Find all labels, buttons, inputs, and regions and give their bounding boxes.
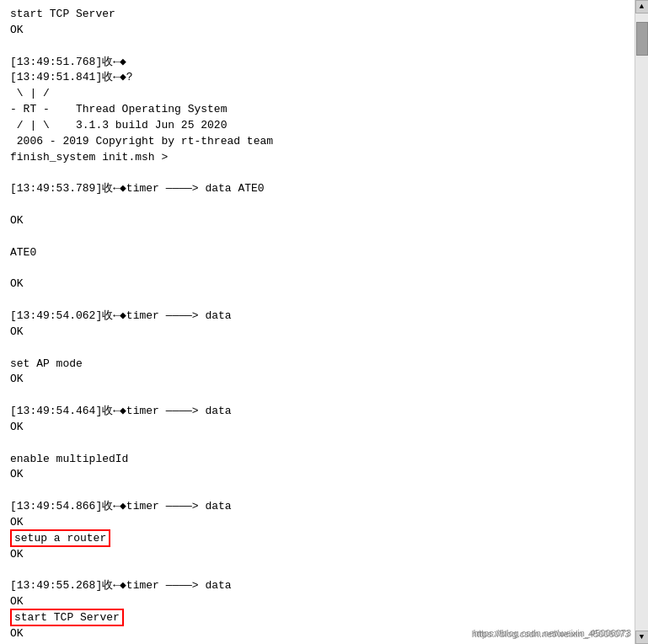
scrollbar-thumb[interactable] <box>636 22 648 56</box>
terminal-line: 2006 - 2019 Copyright by rt-thread team <box>10 134 624 150</box>
terminal-line <box>10 292 624 309</box>
terminal-line: enable multipledId <box>10 452 624 468</box>
terminal-line: [13:49:53.789]收←◆timer ————> data ATE0 <box>10 181 624 197</box>
terminal-line <box>10 261 624 277</box>
terminal-line <box>10 341 624 357</box>
terminal-line: / | \ 3.1.3 build Jun 25 2020 <box>10 118 624 134</box>
terminal-line: start TCP Server <box>10 7 624 23</box>
setup-router-line: setup a router <box>10 531 624 547</box>
scrollbar-arrow-down[interactable]: ▼ <box>635 631 649 644</box>
terminal-line: OK <box>10 467 624 483</box>
terminal-line: OK <box>10 325 624 341</box>
terminal-line <box>10 563 624 579</box>
terminal-line: set AP mode <box>10 357 624 373</box>
terminal-line: finish_system init.msh > <box>10 150 624 166</box>
terminal-line: [13:49:51.841]收←◆? <box>10 70 624 86</box>
terminal-line: [13:49:51.768]收←◆ <box>10 55 624 71</box>
terminal-line: ATE0 <box>10 245 624 261</box>
terminal-line: OK <box>10 420 624 436</box>
start-tcp-server-highlight: start TCP Server <box>10 609 124 626</box>
scrollbar-track <box>635 13 648 631</box>
scrollbar-arrow-up[interactable]: ▲ <box>635 0 649 13</box>
setup-router-highlight: setup a router <box>10 529 110 547</box>
terminal-line <box>10 483 624 499</box>
terminal-line: [13:49:54.464]收←◆timer ————> data <box>10 404 624 420</box>
terminal-line: - RT - Thread Operating System <box>10 102 624 118</box>
terminal-line: OK <box>10 276 624 292</box>
terminal-line: \ | / <box>10 86 624 102</box>
terminal-line <box>10 197 624 213</box>
terminal-line <box>10 436 624 452</box>
terminal-line: [13:49:55.268]收←◆timer ————> data <box>10 578 624 594</box>
terminal-line: [13:49:54.866]收←◆timer ————> data <box>10 499 624 515</box>
terminal-output: start TCP Server OK [13:49:51.768]收←◆ [1… <box>0 0 635 644</box>
terminal-line <box>10 388 624 404</box>
start-tcp-server-line: start TCP Server <box>10 610 624 626</box>
terminal-line: OK <box>10 372 624 388</box>
terminal-window: start TCP Server OK [13:49:51.768]收←◆ [1… <box>0 0 648 644</box>
terminal-line <box>10 39 624 55</box>
terminal-line <box>10 165 624 181</box>
terminal-line: OK <box>10 23 624 39</box>
terminal-line: [13:49:54.062]收←◆timer ————> data <box>10 309 624 325</box>
terminal-line: OK <box>10 547 624 563</box>
terminal-line: OK <box>10 213 624 229</box>
terminal-line <box>10 229 624 245</box>
watermark-text: https://blog.csdn.net/weixin_45006073 <box>472 629 629 639</box>
scrollbar[interactable]: ▲ ▼ <box>635 0 648 644</box>
